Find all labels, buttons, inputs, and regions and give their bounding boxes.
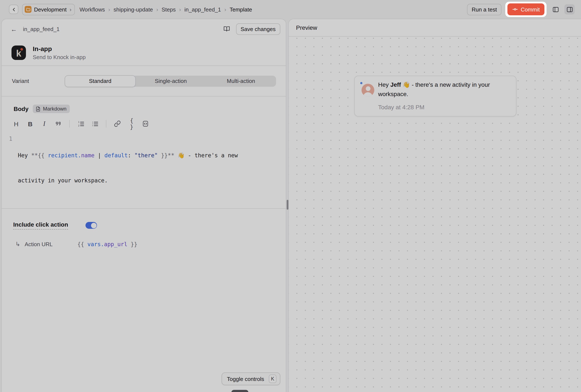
- notification-message: Hey Jeff 👋 - there's a new activity in y…: [378, 80, 506, 99]
- variant-option-standard[interactable]: Standard: [65, 75, 136, 87]
- knock-logo-icon: k: [12, 45, 26, 60]
- commit-spotlight: Commit: [505, 2, 546, 17]
- wave-emoji: 👋: [402, 81, 410, 88]
- message-prefix: Hey: [378, 81, 390, 88]
- file-markdown-icon: [35, 106, 41, 112]
- ordered-list-icon: 12: [77, 120, 84, 127]
- editor-header: ← in_app_feed_1 Save changes: [2, 19, 286, 39]
- panel-resize-handle[interactable]: [287, 200, 288, 210]
- variable-button[interactable]: { }: [128, 120, 135, 128]
- topbar-actions: Run a test Commit: [467, 2, 574, 17]
- unordered-list-icon: [91, 120, 98, 127]
- step-name: in_app_feed_1: [23, 26, 60, 32]
- click-action-section: Include click action ↳ Action URL {{ var…: [2, 209, 286, 247]
- preview-header: Preview: [289, 19, 581, 36]
- heading-button[interactable]: H: [12, 120, 20, 128]
- bold-button[interactable]: B: [26, 120, 34, 128]
- body-editor[interactable]: 1 Hey **{{ recipient.name | default: "th…: [2, 135, 286, 208]
- unordered-list-button[interactable]: [91, 120, 99, 128]
- panel-left-icon: [552, 6, 559, 13]
- variant-row: Variant Standard Single-action Multi-act…: [2, 66, 286, 96]
- channel-title: In-app: [33, 45, 86, 52]
- code-line: activity in your workspace.: [18, 176, 238, 185]
- editor-toolbar: H B I 12: [2, 120, 286, 128]
- back-arrow-button[interactable]: ←: [11, 25, 17, 32]
- channel-titles: In-app Send to Knock in-app: [33, 45, 86, 60]
- top-bar: Development › Workflows › shipping-updat…: [0, 0, 581, 19]
- breadcrumb-separator: ›: [108, 6, 110, 12]
- toggle-right-panel-button[interactable]: [564, 4, 574, 14]
- toggle-knob: [91, 223, 96, 228]
- variant-option-multi-action[interactable]: Multi-action: [206, 75, 276, 86]
- click-action-row: Include click action: [13, 221, 286, 230]
- link-button[interactable]: [114, 120, 121, 128]
- variant-option-single-action[interactable]: Single-action: [136, 75, 206, 86]
- panel-right-icon: [566, 6, 573, 13]
- breadcrumb-step-key[interactable]: in_app_feed_1: [184, 6, 221, 12]
- recipient-name: Jeff: [390, 81, 401, 88]
- body-section-header: Body Markdown: [2, 105, 286, 113]
- avatar-head-shape: [366, 86, 370, 91]
- svg-text:1: 1: [78, 120, 79, 123]
- line-number: 1: [2, 135, 12, 143]
- body-label: Body: [14, 105, 28, 112]
- breadcrumb-workflows[interactable]: Workflows: [80, 6, 105, 12]
- template-editor-panel: ← in_app_feed_1 Save changes k In-app Se…: [1, 19, 286, 392]
- notification-card: Hey Jeff 👋 - there's a new activity in y…: [354, 76, 516, 116]
- breadcrumb-separator: ›: [224, 6, 226, 12]
- toolbar-separator: [106, 120, 106, 128]
- commit-label: Commit: [520, 6, 540, 12]
- blockquote-button[interactable]: [54, 120, 62, 128]
- notification-timestamp: Today at 4:28 PM: [378, 104, 424, 110]
- breadcrumb-workflow-key[interactable]: shipping-update: [114, 6, 153, 12]
- breadcrumb: Workflows › shipping-update › Steps › in…: [80, 6, 252, 12]
- action-url-value[interactable]: {{ vars.app_url }}: [78, 241, 138, 247]
- action-url-label: Action URL: [25, 241, 78, 247]
- run-test-button[interactable]: Run a test: [467, 3, 502, 15]
- chevron-left-icon: [11, 6, 16, 12]
- corner-down-right-icon: ↳: [15, 241, 25, 247]
- knock-logo-dot: [20, 48, 23, 51]
- breadcrumb-separator: ›: [156, 6, 158, 12]
- back-button[interactable]: [9, 5, 18, 14]
- breadcrumb-template[interactable]: Template: [230, 6, 252, 12]
- docs-button[interactable]: [223, 25, 230, 32]
- ordered-list-button[interactable]: 12: [77, 120, 85, 128]
- chevron-caret-icon: ›: [70, 6, 72, 12]
- preview-panel: Preview Hey Jeff 👋 - there's a new activ…: [288, 19, 581, 392]
- format-badge[interactable]: Markdown: [33, 105, 70, 113]
- toggle-left-panel-button[interactable]: [550, 4, 560, 14]
- unread-indicator-dot: [360, 82, 362, 84]
- tooltip-stub: [232, 390, 248, 392]
- code-block-button[interactable]: [142, 120, 149, 128]
- app-window: Development › Workflows › shipping-updat…: [0, 0, 581, 392]
- click-action-label: Include click action: [13, 221, 68, 230]
- toggle-controls-button[interactable]: Toggle controls K: [222, 373, 280, 385]
- breadcrumb-steps[interactable]: Steps: [162, 6, 176, 12]
- toggle-controls-label: Toggle controls: [227, 376, 264, 382]
- channel-subtitle: Send to Knock in-app: [33, 54, 86, 60]
- line-number-gutter: 1: [2, 135, 18, 201]
- code-block-icon: [142, 120, 149, 127]
- avatar-shoulders-shape: [363, 92, 372, 96]
- click-action-toggle[interactable]: [86, 222, 97, 229]
- avatar: [362, 84, 374, 96]
- save-changes-button[interactable]: Save changes: [236, 23, 280, 35]
- environment-label: Development: [34, 6, 66, 12]
- variant-label: Variant: [12, 78, 65, 84]
- book-open-icon: [223, 25, 230, 32]
- breadcrumb-separator: ›: [179, 6, 181, 12]
- preview-canvas: Hey Jeff 👋 - there's a new activity in y…: [289, 37, 581, 392]
- commit-button[interactable]: Commit: [508, 3, 544, 15]
- environment-icon: [25, 6, 32, 13]
- action-url-row: ↳ Action URL {{ vars.app_url }}: [13, 241, 286, 247]
- svg-text:2: 2: [78, 124, 79, 127]
- italic-button[interactable]: I: [40, 120, 48, 128]
- format-badge-label: Markdown: [43, 106, 66, 112]
- toolbar-separator: [69, 120, 70, 128]
- quote-icon: [55, 120, 62, 127]
- section-divider: [2, 96, 286, 96]
- channel-hero: k In-app Send to Knock in-app: [2, 39, 286, 65]
- environment-switcher[interactable]: Development ›: [22, 3, 75, 15]
- preview-title: Preview: [296, 24, 317, 31]
